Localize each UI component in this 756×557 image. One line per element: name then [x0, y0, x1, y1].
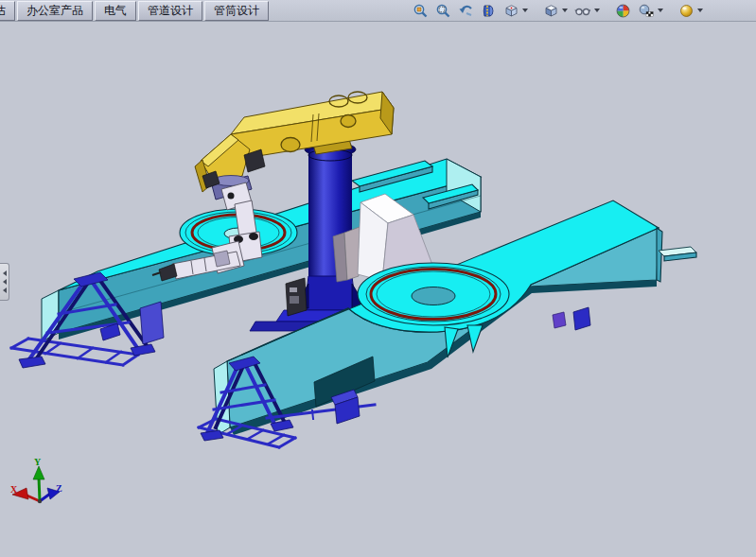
graphics-viewport[interactable]: X Y Z	[0, 0, 756, 557]
y-axis	[39, 478, 40, 501]
previous-view-icon	[458, 3, 474, 19]
zoom-to-area-icon	[435, 3, 451, 19]
view-settings-icon	[678, 3, 694, 19]
zoom-to-fit-icon	[413, 3, 429, 19]
wedge-side-plate	[344, 227, 360, 280]
stand-right-foot1	[201, 430, 223, 441]
view-toolbar	[408, 1, 756, 20]
previous-view-button[interactable]	[456, 1, 476, 20]
wrist-axis1	[228, 193, 235, 200]
boom-side-hole2	[341, 115, 356, 128]
tab-tubing[interactable]: 管筒设计	[204, 1, 269, 21]
section-view-icon	[481, 3, 497, 19]
coordinate-triad: X Y Z	[10, 457, 62, 503]
zoom-to-area-button[interactable]	[433, 1, 453, 20]
weld-gun-collar	[214, 251, 230, 267]
display-style-dropdown-arrow[interactable]	[562, 9, 568, 12]
triad-origin	[38, 499, 42, 503]
y-axis-arrowhead	[33, 466, 44, 479]
apply-scene-icon	[638, 3, 655, 19]
edit-appearance-icon	[615, 3, 631, 19]
view-settings-button[interactable]	[677, 1, 705, 20]
wrist-axis3	[249, 233, 258, 240]
view-orientation-button[interactable]	[501, 1, 530, 20]
command-bar: 估 办公室产品 电气 管道设计 管筒设计	[0, 0, 756, 22]
section-view-button[interactable]	[479, 1, 499, 20]
display-style-icon	[543, 3, 559, 19]
y-axis-label: Y	[34, 457, 42, 467]
display-style-button[interactable]	[541, 1, 570, 20]
tab-piping-label: 管道设计	[148, 4, 193, 17]
apply-scene-button[interactable]	[636, 1, 665, 20]
tab-office-products[interactable]: 办公室产品	[17, 1, 93, 21]
hide-show-items-dropdown-arrow[interactable]	[594, 9, 600, 12]
x-axis-label: X	[10, 484, 18, 495]
ring2-center-hole	[412, 287, 455, 305]
tab-evaluate[interactable]: 估	[0, 1, 15, 21]
right-beam-right-end	[657, 228, 662, 282]
collapse-arrow-icon	[3, 287, 7, 293]
tab-tubing-label: 管筒设计	[214, 4, 259, 17]
boom-side-hole1	[281, 138, 300, 152]
panel-collapse-handle[interactable]	[0, 263, 9, 301]
collapse-arrow-icon	[3, 270, 7, 276]
tab-electrical[interactable]: 电气	[95, 1, 136, 21]
view-orientation-icon	[503, 3, 519, 19]
zoom-to-fit-button[interactable]	[411, 1, 431, 20]
right-beam-ring[interactable]	[358, 263, 509, 325]
hide-show-items-button[interactable]	[572, 1, 602, 20]
tab-office-products-label: 办公室产品	[26, 4, 83, 17]
command-manager-tabs: 估 办公室产品 电气 管道设计 管筒设计	[0, 0, 271, 21]
left-beam-mid-support[interactable]	[140, 302, 164, 344]
tab-piping[interactable]: 管道设计	[138, 1, 202, 21]
collapse-arrow-icon	[3, 279, 7, 285]
view-orientation-dropdown-arrow[interactable]	[522, 9, 528, 12]
view-settings-dropdown-arrow[interactable]	[697, 9, 703, 12]
z-axis-label: Z	[56, 483, 62, 494]
edit-appearance-button[interactable]	[613, 1, 633, 20]
apply-scene-dropdown-arrow[interactable]	[658, 9, 663, 12]
small-support-right[interactable]	[573, 307, 590, 330]
control-box-panel	[290, 287, 297, 292]
hide-show-items-icon	[574, 3, 591, 19]
stand-left-foot1	[19, 357, 45, 368]
tab-evaluate-label: 估	[0, 4, 6, 17]
tab-electrical-label: 电气	[104, 4, 127, 17]
control-box-door	[290, 296, 299, 304]
small-bracket-right	[553, 312, 566, 328]
